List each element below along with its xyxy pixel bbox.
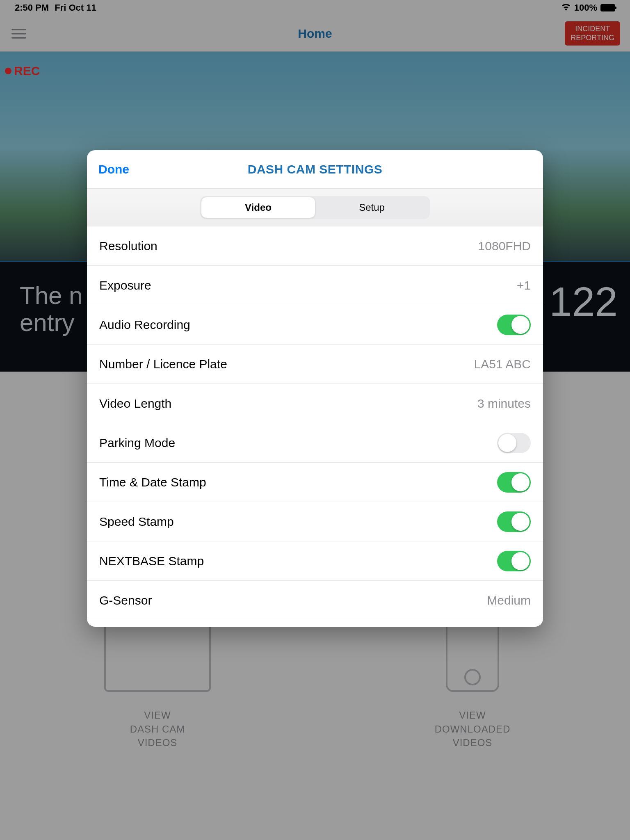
row-label: Exposure: [99, 278, 151, 292]
row-value: Medium: [487, 593, 531, 607]
row-label: G-Sensor: [99, 593, 152, 607]
toggle-nextbase-stamp[interactable]: [497, 551, 531, 571]
row-nextbase-stamp[interactable]: NEXTBASE Stamp: [87, 541, 543, 581]
row-exposure[interactable]: Exposure+1: [87, 266, 543, 305]
row-number-licence-plate[interactable]: Number / Licence PlateLA51 ABC: [87, 345, 543, 384]
settings-list: Resolution1080FHDExposure+1Audio Recordi…: [87, 226, 543, 627]
toggle-audio-recording[interactable]: [497, 315, 531, 335]
row-g-sensor[interactable]: G-SensorMedium: [87, 581, 543, 620]
row-value: 1080FHD: [478, 239, 531, 253]
toggle-time-date-stamp[interactable]: [497, 472, 531, 493]
row-value: 3 minutes: [477, 397, 531, 411]
row-label: Parking Mode: [99, 436, 175, 450]
dashcam-settings-modal: Done DASH CAM SETTINGS Video Setup Resol…: [87, 150, 543, 627]
row-resolution[interactable]: Resolution1080FHD: [87, 226, 543, 266]
row-label: NEXTBASE Stamp: [99, 554, 204, 568]
toggle-parking-mode[interactable]: [497, 433, 531, 453]
row-label: Video Length: [99, 397, 171, 411]
row-label: Time & Date Stamp: [99, 475, 206, 489]
row-label: Audio Recording: [99, 318, 190, 332]
row-time-date-stamp[interactable]: Time & Date Stamp: [87, 463, 543, 502]
segmented-control: Video Setup: [87, 189, 543, 226]
row-label: Speed Stamp: [99, 515, 174, 529]
row-audio-recording[interactable]: Audio Recording: [87, 305, 543, 345]
tab-setup[interactable]: Setup: [315, 197, 429, 218]
modal-title: DASH CAM SETTINGS: [248, 162, 383, 176]
toggle-speed-stamp[interactable]: [497, 511, 531, 532]
tab-video[interactable]: Video: [201, 197, 315, 218]
row-value: +1: [517, 278, 531, 292]
done-button[interactable]: Done: [98, 162, 129, 176]
row-label: Number / Licence Plate: [99, 357, 227, 371]
row-value: LA51 ABC: [474, 357, 531, 371]
row-parking-mode[interactable]: Parking Mode: [87, 423, 543, 463]
modal-header: Done DASH CAM SETTINGS: [87, 150, 543, 189]
row-speed-stamp[interactable]: Speed Stamp: [87, 502, 543, 541]
row-label: Resolution: [99, 239, 158, 253]
row-video-length[interactable]: Video Length3 minutes: [87, 384, 543, 423]
